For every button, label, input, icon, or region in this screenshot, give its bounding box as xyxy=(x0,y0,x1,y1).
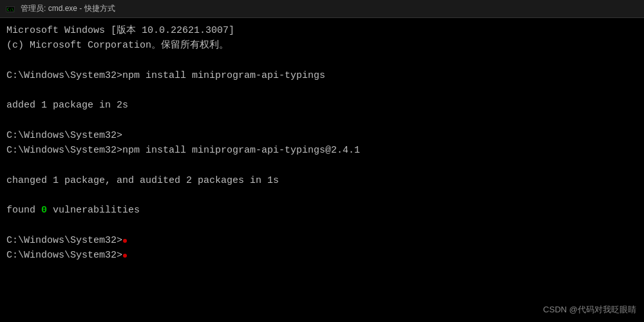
terminal-line-6: added 1 package in 2s xyxy=(6,98,638,113)
terminal-line-empty-5 xyxy=(6,188,638,203)
terminal-line-empty-6 xyxy=(6,218,638,232)
terminal-line-empty-2 xyxy=(6,83,638,98)
terminal-line-4: C:\Windows\System32>npm install miniprog… xyxy=(6,68,638,83)
terminal-line-2: (c) Microsoft Corporation。保留所有权利。 xyxy=(6,38,638,53)
cmd-icon: C:\ xyxy=(5,4,15,14)
red-dot-1 xyxy=(123,239,127,243)
terminal-line-15: C:\Windows\System32> xyxy=(6,233,638,248)
terminal-line-empty-3 xyxy=(6,113,638,128)
vulnerabilities-text: vulnerabilities xyxy=(47,205,140,216)
svg-text:C:\: C:\ xyxy=(7,6,14,11)
watermark: CSDN @代码对我眨眼睛 xyxy=(543,304,636,316)
terminal-line-1: Microsoft Windows [版本 10.0.22621.3007] xyxy=(6,23,638,38)
terminal-line-empty-4 xyxy=(6,158,638,173)
title-bar-text: 管理员: cmd.exe - 快捷方式 xyxy=(21,3,639,14)
terminal-line-13: found 0 vulnerabilities xyxy=(6,203,638,218)
red-dot-2 xyxy=(123,254,127,258)
terminal-line-11: changed 1 package, and audited 2 package… xyxy=(6,173,638,188)
terminal-line-16: C:\Windows\System32> xyxy=(6,248,638,263)
terminal-line-9: C:\Windows\System32>npm install miniprog… xyxy=(6,143,638,158)
found-text: found xyxy=(6,205,41,216)
zero-highlight: 0 xyxy=(41,205,47,216)
terminal-body[interactable]: Microsoft Windows [版本 10.0.22621.3007] (… xyxy=(0,18,644,322)
terminal-line-8: C:\Windows\System32> xyxy=(6,128,638,143)
terminal-line-empty-1 xyxy=(6,53,638,68)
title-bar: C:\ 管理员: cmd.exe - 快捷方式 xyxy=(0,0,644,18)
